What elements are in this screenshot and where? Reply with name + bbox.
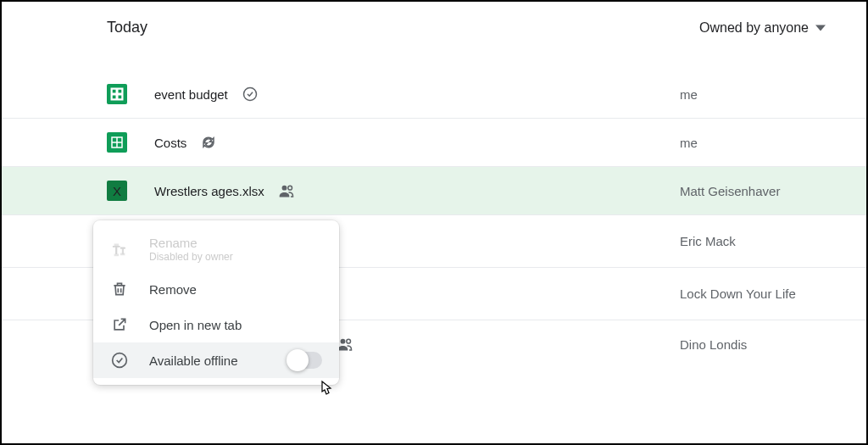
open-new-tab-icon <box>110 315 129 334</box>
section-title: Today <box>107 19 147 36</box>
menu-rename-label: Rename <box>149 236 233 251</box>
shared-icon <box>278 182 295 199</box>
menu-remove-label: Remove <box>149 282 197 297</box>
file-owner: me <box>680 87 698 102</box>
offline-badge-icon <box>242 86 259 103</box>
sheets-icon <box>107 84 127 104</box>
svg-text:T: T <box>113 243 120 257</box>
rename-icon: TT <box>110 240 129 259</box>
sync-icon <box>200 134 217 151</box>
context-menu: TT Rename Disabled by owner Remove Open … <box>93 220 339 385</box>
file-owner: Dino Londis <box>680 337 747 352</box>
menu-rename-subtext: Disabled by owner <box>149 251 233 263</box>
svg-point-3 <box>243 88 256 101</box>
caret-down-icon <box>815 23 826 33</box>
file-owner: Lock Down Your Life <box>680 286 796 301</box>
shared-icon <box>337 336 353 353</box>
offline-icon <box>110 351 129 370</box>
excel-icon: X <box>107 181 127 201</box>
menu-remove[interactable]: Remove <box>93 271 339 307</box>
owner-filter-dropdown[interactable]: Owned by anyone <box>699 20 826 36</box>
menu-offline-label: Available offline <box>149 353 238 368</box>
file-owner: me <box>680 136 698 150</box>
svg-point-16 <box>113 353 127 368</box>
file-row[interactable]: Costs me <box>2 118 866 166</box>
svg-point-12 <box>341 339 346 344</box>
menu-available-offline[interactable]: Available offline <box>93 342 339 378</box>
file-name: Wrestlers ages.xlsx <box>154 184 264 198</box>
menu-rename: TT Rename Disabled by owner <box>93 227 339 271</box>
offline-toggle[interactable] <box>288 352 322 369</box>
toggle-knob <box>287 349 309 371</box>
sheets-icon <box>107 132 127 153</box>
file-owner: Eric Mack <box>680 234 736 248</box>
file-name: Costs <box>154 136 186 150</box>
file-name: event budget <box>154 87 228 102</box>
svg-point-7 <box>281 186 287 191</box>
file-row[interactable]: X Wrestlers ages.xlsx Matt Geisenhaver <box>2 166 866 214</box>
file-owner: Matt Geisenhaver <box>680 184 780 198</box>
list-header: Today Owned by anyone <box>2 2 866 60</box>
menu-open-new-tab-label: Open in new tab <box>149 318 242 332</box>
svg-point-8 <box>288 186 292 190</box>
svg-point-13 <box>347 339 351 343</box>
menu-open-new-tab[interactable]: Open in new tab <box>93 307 339 342</box>
trash-icon <box>110 280 129 298</box>
svg-text:T: T <box>120 247 126 256</box>
file-row[interactable]: event budget me <box>2 60 866 118</box>
owner-filter-label: Owned by anyone <box>699 20 809 36</box>
